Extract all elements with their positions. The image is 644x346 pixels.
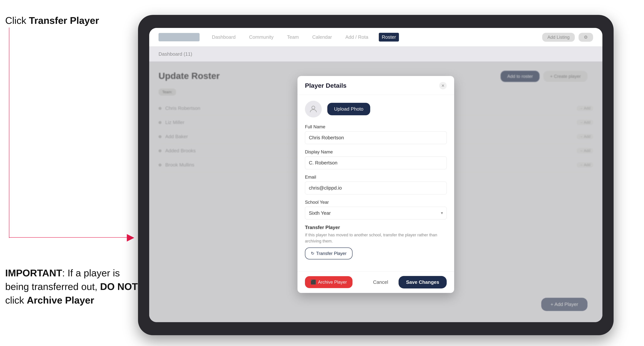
header-settings[interactable]: ⚙ xyxy=(578,33,593,42)
nav-roster[interactable]: Roster xyxy=(379,33,399,41)
instruction-bottom: IMPORTANT: If a player is being transfer… xyxy=(5,266,143,307)
main-content: Update Roster Team: Chris Robertson → Ad… xyxy=(149,61,602,322)
instruction-top: Click Transfer Player xyxy=(5,15,99,26)
nav-community[interactable]: Community xyxy=(246,33,276,41)
modal-footer: ⬛ Archive Player Cancel Save Changes xyxy=(298,271,454,293)
transfer-btn-label: Transfer Player xyxy=(316,251,346,256)
transfer-section-description: If this player has moved to another scho… xyxy=(305,232,447,244)
display-name-group: Display Name xyxy=(305,149,447,169)
breadcrumb: Dashboard (11) xyxy=(158,51,192,57)
nav-dashboard[interactable]: Dashboard xyxy=(209,33,238,41)
header-right: Add Listing ⚙ xyxy=(542,33,593,42)
sub-header: Dashboard (11) xyxy=(149,46,602,61)
tablet-screen: Dashboard Community Team Calendar Add / … xyxy=(149,28,602,322)
archive-btn-label: Archive Player xyxy=(318,280,347,285)
transfer-player-section: Transfer Player If this player has moved… xyxy=(305,225,447,259)
display-name-input[interactable] xyxy=(305,157,447,169)
transfer-icon: ↻ xyxy=(311,251,314,256)
nav-team[interactable]: Team xyxy=(284,33,302,41)
avatar xyxy=(305,101,322,118)
modal-body: Upload Photo Full Name Display Name xyxy=(298,95,454,271)
archive-icon: ⬛ xyxy=(310,280,316,285)
display-name-label: Display Name xyxy=(305,149,447,155)
email-group: Email xyxy=(305,174,447,194)
annotation-arrow xyxy=(127,234,134,242)
school-year-label: School Year xyxy=(305,200,447,205)
archive-player-button[interactable]: ⬛ Archive Player xyxy=(305,276,352,288)
nav-calendar[interactable]: Calendar xyxy=(309,33,335,41)
archive-player-label: Archive Player xyxy=(27,295,94,306)
school-year-select-wrapper: Sixth Year First Year Second Year Third … xyxy=(305,207,447,219)
upload-photo-button[interactable]: Upload Photo xyxy=(327,103,370,115)
nav-add-rota[interactable]: Add / Rota xyxy=(342,33,371,41)
annotation-vertical-line xyxy=(9,27,9,238)
app-header: Dashboard Community Team Calendar Add / … xyxy=(149,28,602,46)
avatar-row: Upload Photo xyxy=(305,101,447,118)
email-input[interactable] xyxy=(305,181,447,194)
instruction-top-bold: Transfer Player xyxy=(29,15,99,26)
save-changes-button[interactable]: Save Changes xyxy=(398,276,447,288)
full-name-input[interactable] xyxy=(305,131,447,144)
do-not-label: DO NOT xyxy=(100,281,138,292)
full-name-label: Full Name xyxy=(305,124,447,129)
transfer-player-button[interactable]: ↻ Transfer Player xyxy=(305,247,352,259)
school-year-select[interactable]: Sixth Year First Year Second Year Third … xyxy=(305,207,447,219)
email-label: Email xyxy=(305,174,447,180)
close-button[interactable]: × xyxy=(439,82,447,89)
full-name-group: Full Name xyxy=(305,124,447,144)
transfer-section-title: Transfer Player xyxy=(305,225,447,230)
header-add-listing[interactable]: Add Listing xyxy=(542,33,575,42)
svg-point-0 xyxy=(312,106,315,109)
app-logo xyxy=(158,33,200,41)
player-details-modal: Player Details × xyxy=(298,76,454,293)
school-year-group: School Year Sixth Year First Year Second… xyxy=(305,200,447,219)
modal-overlay: Player Details × xyxy=(149,61,602,322)
annotation-horizontal-line xyxy=(9,237,130,238)
cancel-button[interactable]: Cancel xyxy=(366,276,395,288)
modal-title: Player Details xyxy=(305,82,346,89)
important-label: IMPORTANT xyxy=(5,268,62,278)
modal-header: Player Details × xyxy=(298,76,454,95)
tablet-device: Dashboard Community Team Calendar Add / … xyxy=(138,15,614,335)
app-nav: Dashboard Community Team Calendar Add / … xyxy=(209,33,533,41)
